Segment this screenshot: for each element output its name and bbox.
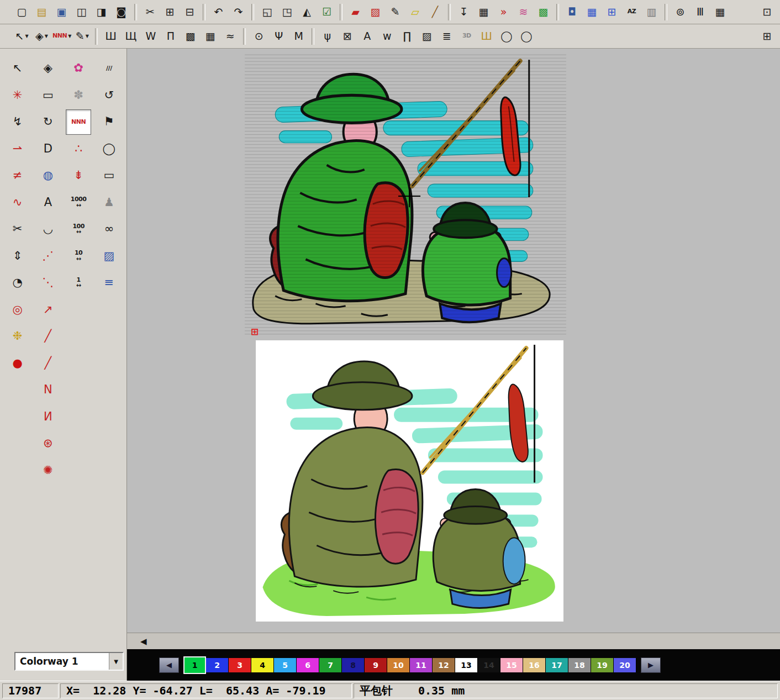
stitch-pick-button[interactable]: ⇀ xyxy=(5,136,30,162)
palette-chip-19[interactable]: 19 xyxy=(591,658,614,672)
bead-stitch-button[interactable]: ∴ xyxy=(66,136,91,162)
flower-fade-button[interactable]: ✽ xyxy=(66,83,91,108)
export-frame-button[interactable]: ▨ xyxy=(96,244,122,269)
wheel-burst-button[interactable]: ✺ xyxy=(35,458,61,483)
run-stitch-nnn-button[interactable]: NNN xyxy=(66,109,91,135)
preset-1000-button[interactable]: 1000 ↔ xyxy=(66,190,91,215)
density-grid-button[interactable]: ▥ xyxy=(642,2,661,22)
grid-settings-button[interactable]: ▦ xyxy=(710,2,730,22)
slant-stitch-2-button[interactable]: ╱ xyxy=(35,351,61,376)
redo-button[interactable]: ↷ xyxy=(229,2,248,22)
flower-input-button[interactable]: ✿ xyxy=(66,56,91,81)
design-properties-button[interactable]: ◙ xyxy=(112,2,131,22)
satin-stitch-button[interactable]: ▰ xyxy=(346,2,365,22)
n-curve-button[interactable]: N xyxy=(35,377,61,403)
paste-button[interactable]: ⊟ xyxy=(180,2,199,22)
select-box-button[interactable]: ◱ xyxy=(257,2,277,22)
palette-right-button[interactable]: ▶ xyxy=(641,657,661,673)
print-preview-button[interactable]: ◨ xyxy=(92,2,111,22)
blend-stitch-button[interactable]: ≋ xyxy=(514,2,533,22)
copy-button[interactable]: ⊞ xyxy=(160,2,180,22)
stitch-lines-button[interactable]: ≣ xyxy=(437,27,456,46)
ring-ellipse-button[interactable]: ◎ xyxy=(5,297,30,323)
palette-chip-18[interactable]: 18 xyxy=(568,658,591,672)
fan-tool-button[interactable]: ◔ xyxy=(5,270,30,296)
branch-stitch-button[interactable]: Ψ xyxy=(269,27,288,46)
fancy-fill-button[interactable]: Ш xyxy=(477,27,496,46)
clipboard-panel-button[interactable]: ⊞ xyxy=(757,27,777,46)
pattern-fill-button[interactable]: ▦ xyxy=(201,27,220,46)
palette-chip-12[interactable]: 12 xyxy=(433,658,455,672)
wave-stitch-button[interactable]: ∿ xyxy=(5,190,30,215)
contour-pen-button[interactable]: ✎ xyxy=(386,2,405,22)
lettering-a-button[interactable]: A xyxy=(35,190,61,215)
small-zigzag-button[interactable]: w xyxy=(377,27,397,46)
palette-chip-1[interactable]: 1 xyxy=(183,656,206,674)
color-wheel-button[interactable]: ◍ xyxy=(35,163,61,188)
outline-yellow-button[interactable]: ▱ xyxy=(405,2,425,22)
print-button[interactable]: ◫ xyxy=(72,2,91,22)
select-pointer-button[interactable]: ↖ xyxy=(5,56,30,81)
wave-fill-button[interactable]: ≈ xyxy=(220,27,240,46)
trim-scissors-button[interactable]: ✂ xyxy=(5,217,30,242)
needle-point-button[interactable]: ↧ xyxy=(454,2,473,22)
motif-run-button[interactable]: M xyxy=(289,27,308,46)
zoom-pair-button[interactable]: ◭ xyxy=(297,2,317,22)
palette-chip-3[interactable]: 3 xyxy=(229,658,251,672)
cross-box-button[interactable]: ⊠ xyxy=(338,27,357,46)
tatami-stitch-button[interactable]: ▨ xyxy=(366,2,385,22)
new-file-button[interactable]: ▢ xyxy=(12,2,31,22)
horizontal-scrollbar[interactable]: ◀ xyxy=(127,633,780,649)
stitch-list-button[interactable]: ⊞ xyxy=(602,2,621,22)
dotted-arrow-button[interactable]: ↗ xyxy=(35,297,61,323)
effect-3d-button[interactable]: 3D xyxy=(457,27,476,46)
palette-chip-11[interactable]: 11 xyxy=(410,658,433,672)
letter-d-tool-button[interactable]: D xyxy=(35,136,61,162)
slant-stitch-button[interactable]: ╱ xyxy=(35,324,61,349)
hatch-lines-button[interactable]: /// xyxy=(96,56,122,81)
clipart-figure-button[interactable]: ♟ xyxy=(96,190,122,215)
freehand-tool-button[interactable]: ✎▼ xyxy=(72,27,92,46)
notes-list-button[interactable]: ≡ xyxy=(96,270,122,296)
preset-10-button[interactable]: 10 ↔ xyxy=(66,244,91,269)
palette-chip-4[interactable]: 4 xyxy=(251,658,274,672)
cut-button[interactable]: ✂ xyxy=(140,2,160,22)
palette-chip-8[interactable]: 8 xyxy=(342,658,365,672)
bitmap-panel-button[interactable]: ◘ xyxy=(562,2,582,22)
pin-stitch-button[interactable]: ⇟ xyxy=(66,163,91,188)
polygon-morph-button[interactable]: ✳ xyxy=(5,83,30,108)
wide-column-button[interactable]: ∏ xyxy=(397,27,417,46)
zigzag-stitch-button[interactable]: W xyxy=(141,27,160,46)
palette-chip-16[interactable]: 16 xyxy=(523,658,546,672)
run-stitch-tool-button[interactable]: NNN▼ xyxy=(52,27,72,46)
lettering-button[interactable]: A xyxy=(357,27,377,46)
colorway-select[interactable]: Colorway 1 ▼ xyxy=(14,652,124,671)
tatami-fill-button[interactable]: ▩ xyxy=(181,27,200,46)
spray-dots-button[interactable]: ❉ xyxy=(5,324,30,349)
half-stitch-button[interactable]: ≠ xyxy=(5,163,30,188)
palette-chip-9[interactable]: 9 xyxy=(365,658,387,672)
texture-fill-button[interactable]: ▨ xyxy=(417,27,436,46)
select-frame-button[interactable]: ◳ xyxy=(277,2,297,22)
bend-tool-button[interactable]: ↯ xyxy=(5,109,30,135)
barcode-bars-button[interactable]: Ⅲ xyxy=(691,2,710,22)
rotate-tool-button[interactable]: ↻ xyxy=(35,109,61,135)
palette-chip-20[interactable]: 20 xyxy=(614,658,636,672)
palette-left-button[interactable]: ◀ xyxy=(159,657,179,673)
height-adjust-button[interactable]: ⇕ xyxy=(5,244,30,269)
thread-chart-button[interactable]: ▦ xyxy=(582,2,602,22)
select-tool-button[interactable]: ↖▼ xyxy=(12,27,31,46)
oval-tool-2-button[interactable]: ◯ xyxy=(517,27,536,46)
star-circles-button[interactable]: ⊛ xyxy=(35,431,61,456)
reshape-tool-button[interactable]: ◈▼ xyxy=(32,27,51,46)
palette-chip-15[interactable]: 15 xyxy=(500,658,523,672)
bitmap-artwork[interactable] xyxy=(256,340,563,622)
flag-tool-button[interactable]: ⚑ xyxy=(96,109,122,135)
palette-chip-7[interactable]: 7 xyxy=(319,658,342,672)
stop-hand-button[interactable]: ● xyxy=(5,351,30,376)
star-burst-button[interactable]: ψ xyxy=(318,27,337,46)
reshape-nodes-button[interactable]: ◈ xyxy=(35,56,61,81)
palette-chip-5[interactable]: 5 xyxy=(274,658,297,672)
double-run-button[interactable]: » xyxy=(494,2,513,22)
dotted-down-button[interactable]: ⋱ xyxy=(35,270,61,296)
